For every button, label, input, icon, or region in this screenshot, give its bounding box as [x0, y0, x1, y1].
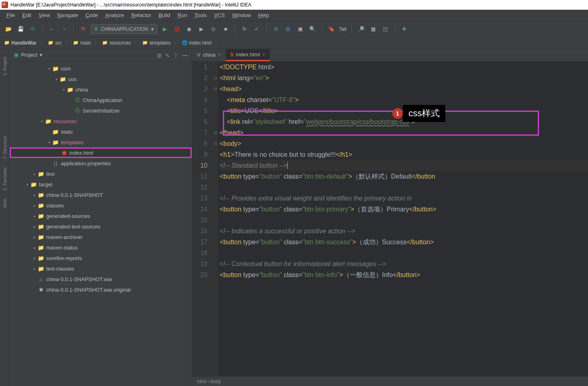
breadcrumb-item[interactable]: 📁resources — [102, 40, 131, 46]
tree-arrow-icon[interactable] — [61, 87, 66, 92]
breadcrumb-item[interactable]: 📁HandleWar — [4, 40, 36, 46]
code-editor[interactable]: 1234567891011121314151617181920 ⊟⊟⊟⊟ 1 c… — [192, 62, 588, 386]
line-number[interactable]: 10 — [192, 160, 207, 171]
profile-icon[interactable]: ▶ — [197, 25, 206, 34]
run-icon[interactable]: ▶ — [160, 25, 169, 34]
hide-icon[interactable]: — — [182, 52, 188, 58]
code-line[interactable]: <!DOCTYPE html> — [220, 62, 588, 73]
line-number[interactable]: 7 — [192, 127, 207, 138]
code-line[interactable]: <!-- Provides extra visual weight and id… — [220, 193, 588, 204]
tree-item[interactable]: 📁china-0.0.1-SNAPSHOT — [10, 190, 192, 200]
tree-item[interactable]: 📁uos — [10, 74, 192, 84]
tree-item[interactable]: ⒸChinaApplication — [10, 95, 192, 105]
tree-arrow-icon[interactable] — [39, 119, 45, 124]
tree-item[interactable]: 📁maven-status — [10, 242, 192, 253]
menu-navigate[interactable]: Navigate — [54, 11, 81, 19]
tree-item[interactable]: 📁com — [10, 63, 192, 74]
code-line[interactable]: <!-- Contextual button for informational… — [220, 258, 588, 269]
structure-icon[interactable]: ◫ — [381, 25, 390, 34]
line-number[interactable]: 9 — [192, 149, 207, 160]
menu-tools[interactable]: Tools — [191, 11, 210, 19]
update-icon[interactable]: ↻ — [240, 25, 249, 34]
code-line[interactable]: </head> — [220, 127, 588, 138]
code-line[interactable]: <!-- Indicates a successful or positive … — [220, 226, 588, 237]
gear-icon[interactable]: ⚙ — [272, 25, 280, 34]
breadcrumb-item[interactable]: 🌐index.html — [182, 40, 212, 46]
tree-item[interactable]: ✱china-0.0.1-SNAPSHOT.war.original — [10, 284, 192, 295]
tree-arrow-icon[interactable] — [32, 203, 37, 208]
tree-arrow-icon[interactable] — [46, 140, 52, 145]
code-line[interactable] — [220, 182, 588, 193]
stop-icon[interactable]: ■ — [221, 25, 230, 34]
menu-build[interactable]: Build — [155, 11, 173, 19]
tree-item[interactable]: ⒸServletInitializer — [10, 105, 192, 116]
menu-analyze[interactable]: Analyze — [102, 11, 127, 19]
save-icon[interactable]: 💾 — [16, 25, 25, 34]
menu-code[interactable]: Code — [82, 11, 101, 19]
find-icon[interactable]: 🔎 — [357, 25, 366, 34]
tree-arrow-icon[interactable] — [32, 214, 37, 218]
fold-marker[interactable]: ⊟ — [212, 138, 218, 149]
back-icon[interactable]: ← — [47, 25, 56, 34]
gutter-favorites[interactable]: 2: Favorites — [2, 167, 7, 190]
close-icon[interactable]: × — [262, 52, 265, 58]
gutter-web[interactable]: Web — [2, 199, 7, 208]
tree-item[interactable]: 📁surefire-reports — [10, 253, 192, 263]
code-line[interactable]: <button type="button" class="btn btn-suc… — [220, 237, 588, 247]
bookmark-icon[interactable]: 🔖 — [327, 25, 336, 34]
tail-label[interactable]: Tail — [339, 26, 346, 32]
editor-tab[interactable]: 5index.html× — [226, 49, 270, 61]
code-line[interactable]: <meta charset="UTF-8"> — [220, 94, 588, 105]
line-number[interactable]: 15 — [192, 215, 207, 226]
fold-marker[interactable]: ⊟ — [212, 127, 218, 138]
close-icon[interactable]: × — [218, 52, 221, 58]
fold-marker[interactable]: ⊟ — [212, 73, 218, 83]
code-line[interactable] — [220, 247, 588, 258]
line-number[interactable]: 1 — [192, 62, 207, 73]
tree-item[interactable]: 📁static — [10, 126, 192, 137]
line-number[interactable]: 12 — [192, 182, 207, 193]
tree-item[interactable]: 📁china — [10, 84, 192, 95]
plugin-icon[interactable]: ✚ — [400, 25, 409, 34]
tree-item[interactable]: 📁templates — [10, 137, 192, 147]
menu-run[interactable]: Run — [174, 11, 190, 19]
menu-refactor[interactable]: Refactor — [128, 11, 154, 19]
line-number[interactable]: 3 — [192, 83, 207, 94]
tree-item[interactable]: 📁resources — [10, 116, 192, 126]
commit-icon[interactable]: ✓ — [252, 25, 261, 34]
code-line[interactable]: <head> — [220, 83, 588, 94]
search-icon[interactable]: 🔍 — [308, 25, 317, 34]
usages-icon[interactable]: ▦ — [369, 25, 378, 34]
attach-icon[interactable]: ⊙ — [209, 25, 218, 34]
tree-item[interactable]: 📁classes — [10, 200, 192, 211]
tree-arrow-icon[interactable] — [32, 256, 37, 260]
tree-arrow-icon[interactable] — [32, 245, 37, 250]
gutter-project[interactable]: 1: Project — [2, 57, 7, 75]
tree-item[interactable]: 📁target — [10, 179, 192, 190]
fold-marker[interactable]: ⊟ — [212, 83, 218, 94]
menu-edit[interactable]: Edit — [19, 11, 34, 19]
line-number[interactable]: 2 — [192, 73, 207, 83]
status-breadcrumb[interactable]: html › body — [197, 379, 221, 384]
code-line[interactable]: <html lang="en"> — [220, 73, 588, 83]
line-number[interactable]: 18 — [192, 247, 207, 258]
line-number[interactable]: 6 — [192, 116, 207, 127]
breadcrumb-item[interactable]: 📁templates — [142, 40, 171, 46]
line-number[interactable]: 5 — [192, 105, 207, 116]
code-line[interactable] — [220, 215, 588, 226]
code-line[interactable]: <!-- Standard button --> — [220, 160, 588, 171]
menu-view[interactable]: View — [35, 11, 53, 19]
code-line[interactable]: <h1>There is no choice but to struggle!!… — [220, 149, 588, 160]
tree-item[interactable]: 📁test-classes — [10, 263, 192, 274]
tree-arrow-icon[interactable] — [32, 267, 37, 271]
forward-icon[interactable]: → — [60, 25, 68, 34]
menu-file[interactable]: File — [3, 11, 18, 19]
code-line[interactable]: <button type="button" class="btn btn-def… — [220, 171, 588, 182]
tree-item[interactable]: 📁generated-sources — [10, 211, 192, 221]
code-line[interactable]: <body> — [220, 138, 588, 149]
tree-item[interactable]: ⟨⟩application.properties — [10, 158, 192, 168]
tree-item[interactable]: ♨china-0.0.1-SNAPSHOT.war — [10, 274, 192, 284]
line-number[interactable]: 4 — [192, 94, 207, 105]
breadcrumb-item[interactable]: 📁src — [48, 40, 62, 46]
tree-arrow-icon[interactable] — [32, 193, 37, 197]
